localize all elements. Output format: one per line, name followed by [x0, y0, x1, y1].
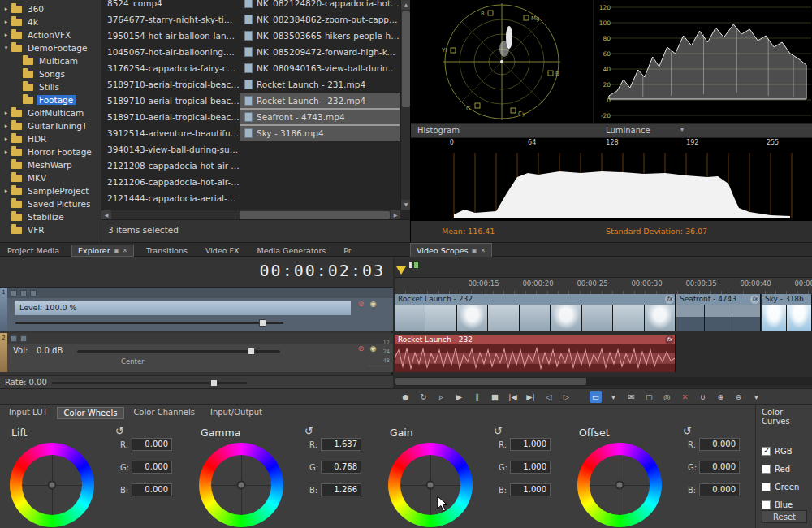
- file-item[interactable]: Rocket Launch - 231.mp4: [240, 76, 400, 93]
- tree-item[interactable]: ▾ DemoFootage: [0, 41, 101, 54]
- tree-expand-icon[interactable]: ▸: [2, 136, 10, 142]
- video-track[interactable]: Rocket Launch - 232 fx Seafront - 4743 f…: [395, 294, 812, 331]
- track-automation-icon[interactable]: [20, 290, 27, 296]
- tree-expand-icon[interactable]: ▸: [2, 19, 10, 25]
- histogram-channel-select[interactable]: Luminance ▾: [606, 126, 684, 135]
- track-solo-button[interactable]: ◉: [369, 300, 378, 309]
- tree-item[interactable]: MKV: [0, 171, 101, 184]
- vertical-scrollbar[interactable]: ▲ ▼: [400, 0, 410, 210]
- tree-item[interactable]: ▸ GolfMulticam: [0, 106, 101, 119]
- wheel-puck[interactable]: [615, 481, 624, 490]
- scroll-down-button[interactable]: ▼: [401, 200, 410, 210]
- record-button[interactable]: ●: [400, 391, 412, 403]
- tree-item[interactable]: ▸ SampleProject: [0, 184, 101, 197]
- color-panel-tab[interactable]: Color Wheels: [57, 407, 125, 419]
- track-level-control[interactable]: Level: 100.0 %: [15, 301, 351, 315]
- timeline[interactable]: 00:00:1500:00:2000:00:2500:00:3000:00:35…: [395, 257, 812, 388]
- tree-item[interactable]: Stills: [0, 80, 101, 93]
- tree-expand-icon[interactable]: ▸: [2, 32, 10, 38]
- slider-handle[interactable]: [259, 319, 266, 327]
- track-fx-icon[interactable]: [11, 290, 17, 296]
- tree-item[interactable]: Stabilize: [0, 210, 101, 223]
- file-item[interactable]: NK_082384862-zoom-out-cappadocia-...: [240, 11, 400, 28]
- time-ruler[interactable]: 00:00:1500:00:2000:00:2500:00:3000:00:35…: [395, 278, 812, 294]
- green-value-input[interactable]: 0.768: [321, 461, 361, 474]
- file-item[interactable]: 5189710-aerial-tropical-beach-b...: [102, 109, 240, 125]
- wheel-puck[interactable]: [426, 481, 435, 490]
- green-value-input[interactable]: 0.000: [699, 461, 740, 474]
- blue-value-input[interactable]: 0.000: [132, 483, 172, 496]
- fx-badge[interactable]: fx: [665, 295, 674, 304]
- panel-tab[interactable]: Project Media ▣ ✕: [2, 245, 65, 256]
- file-item[interactable]: Sky - 3186.mp4: [240, 125, 400, 141]
- tree-item[interactable]: MeshWarp: [0, 158, 101, 171]
- file-item[interactable]: NK_082124820-cappadocia-hot-air-bal...: [240, 0, 400, 11]
- go-to-end-button[interactable]: ▶|: [525, 391, 537, 403]
- video-clip[interactable]: Sky - 3186: [762, 294, 812, 331]
- color-wheel[interactable]: [388, 443, 473, 527]
- snap-button[interactable]: ∪: [697, 391, 709, 403]
- horizontal-scrollbar[interactable]: ◀ ▶: [102, 210, 400, 219]
- file-item[interactable]: 2121208-cappadocia-hot-air-bal...: [102, 158, 240, 174]
- pan-label[interactable]: Center: [121, 357, 145, 366]
- tree-item[interactable]: Multicam: [0, 54, 101, 67]
- normal-edit-tool-button[interactable]: ▭: [590, 391, 602, 403]
- color-panel-tab[interactable]: Input LUT: [2, 407, 54, 419]
- fx-badge[interactable]: fx: [750, 295, 759, 304]
- panel-tab[interactable]: Transitions ▣ ✕: [140, 245, 193, 256]
- file-item[interactable]: 1045067-hot-air-ballooning.mov: [102, 44, 240, 60]
- checkbox[interactable]: ✓: [762, 483, 771, 491]
- track-fx-icon[interactable]: [11, 335, 17, 342]
- checkbox[interactable]: ✓: [762, 465, 771, 474]
- tree-item[interactable]: Songs: [0, 67, 101, 80]
- tree-item[interactable]: Footage: [0, 93, 101, 106]
- audio-track[interactable]: Rocket Launch - 232 fx: [395, 335, 812, 372]
- go-to-start-button[interactable]: |◀: [507, 391, 519, 403]
- timeline-marker[interactable]: [414, 262, 418, 268]
- tree-item[interactable]: VFR: [0, 223, 101, 236]
- track-mute-button[interactable]: ⊘: [356, 300, 365, 309]
- pause-button[interactable]: ∥: [471, 391, 483, 403]
- timeline-marker[interactable]: [409, 262, 412, 268]
- marker-bar[interactable]: [395, 257, 812, 278]
- panel-tab[interactable]: Video FX ▣ ✕: [200, 245, 245, 256]
- edit-tool-dropdown[interactable]: ▾: [607, 391, 620, 403]
- rate-slider[interactable]: [52, 382, 247, 384]
- channel-checkbox-row[interactable]: ✓ RGB: [758, 442, 812, 460]
- tree-expand-icon[interactable]: ▾: [2, 45, 10, 51]
- loop-playback-button[interactable]: ↻: [417, 391, 430, 403]
- file-item[interactable]: 8524_comp4: [102, 0, 240, 11]
- track-lock-icon[interactable]: [30, 290, 37, 296]
- green-value-input[interactable]: 0.000: [132, 461, 172, 474]
- file-item[interactable]: Rocket Launch - 232.mp4: [240, 93, 400, 109]
- tree-expand-icon[interactable]: ▸: [2, 6, 10, 12]
- reset-curves-button[interactable]: Reset: [762, 510, 807, 523]
- more-tools-dropdown[interactable]: ▾: [750, 391, 762, 403]
- track-color-strip[interactable]: 2: [0, 333, 7, 372]
- stop-button[interactable]: ■: [489, 391, 501, 403]
- level-slider[interactable]: [15, 322, 283, 324]
- file-item[interactable]: 5189710-aerial-tropical-beach-b...: [102, 76, 240, 93]
- file-item[interactable]: 1950154-hot-air-balloon-landin...: [102, 28, 240, 44]
- tab-video-scopes[interactable]: Video Scopes ▣ ✕: [410, 243, 492, 258]
- color-wheel[interactable]: [577, 443, 662, 527]
- scrollbar-thumb[interactable]: [240, 211, 390, 219]
- scrollbar-thumb[interactable]: [395, 378, 586, 385]
- track-automation-icon[interactable]: [20, 335, 27, 342]
- tree-expand-icon[interactable]: ▸: [2, 110, 10, 116]
- blue-value-input[interactable]: 0.000: [699, 483, 740, 496]
- close-icon[interactable]: ✕: [123, 247, 127, 254]
- track-mute-button[interactable]: ⊘: [356, 344, 365, 353]
- tree-item[interactable]: ▸ 4k: [0, 15, 101, 28]
- panel-tab[interactable]: Media Generators ▣ ✕: [252, 245, 332, 256]
- fx-badge[interactable]: fx: [665, 335, 674, 344]
- channel-checkbox-row[interactable]: ✓ Red: [758, 460, 812, 478]
- tree-item[interactable]: Saved Pictures: [0, 197, 101, 210]
- video-clip[interactable]: Seafront - 4743 fx: [676, 294, 761, 331]
- zoom-out-button[interactable]: ⊖: [732, 391, 745, 403]
- file-item[interactable]: Seafront - 4743.mp4: [240, 109, 400, 125]
- volume-slider[interactable]: [77, 350, 280, 353]
- wheel-puck[interactable]: [48, 481, 57, 490]
- file-item[interactable]: 3764677-starry-night-sky-time-l...: [102, 11, 240, 28]
- previous-frame-button[interactable]: ◁: [542, 391, 555, 403]
